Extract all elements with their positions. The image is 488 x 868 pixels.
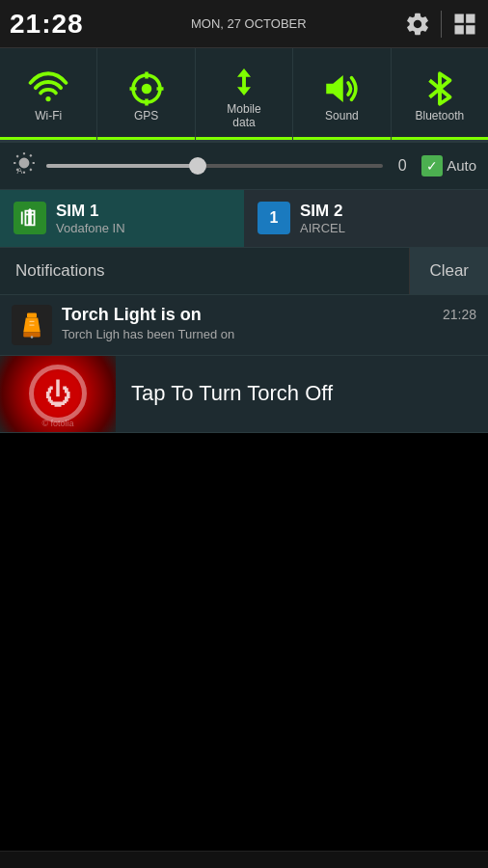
status-bar: 21:28 MON, 27 OCTOBER [0,0,488,48]
fotolia-label: © fotolia [41,419,73,428]
toggle-wifi[interactable]: Wi-Fi [0,48,97,140]
sound-bar [293,137,390,140]
sim2-carrier: AIRCEL [300,221,345,235]
notif-time: 21:28 [443,307,476,322]
mobile-data-label: Mobiledata [227,102,260,130]
wifi-icon [28,68,68,109]
gps-icon [126,68,167,109]
grid-icon[interactable] [451,11,478,38]
power-ring: ⏻ [29,365,87,422]
notif-top-row: Torch Light is on 21:28 Torch Ligh has b… [12,305,476,345]
status-divider [441,11,442,38]
sound-icon [321,68,362,109]
svg-point-2 [141,84,151,95]
sim2-number: 1 [270,209,279,227]
notification-torch[interactable]: Torch Light is on 21:28 Torch Ligh has b… [0,295,488,356]
brightness-icon: A [12,150,37,181]
sim2-name: SIM 2 [300,202,345,221]
wifi-bar [0,137,96,140]
torch-notification-icon [12,305,52,345]
auto-label: Auto [447,157,476,174]
clear-button[interactable]: Clear [409,248,488,294]
sim2-icon: 1 [258,202,290,234]
status-time: 21:28 [10,9,84,40]
gps-label: GPS [134,109,158,122]
brightness-slider[interactable] [46,164,383,168]
power-symbol: ⏻ [44,378,71,410]
status-icons [404,11,478,38]
svg-point-0 [46,96,51,101]
svg-rect-8 [27,312,37,317]
bluetooth-label: Bluetooth [415,109,464,122]
notif-title-row: Torch Light is on 21:28 [62,305,476,325]
brightness-row: A 0 ✓ Auto [0,143,488,190]
svg-text:A: A [16,166,22,176]
bottom-bar [0,851,488,868]
auto-brightness-toggle[interactable]: ✓ Auto [421,155,476,176]
sim1-name: SIM 1 [56,202,125,221]
mobile-bar [196,137,292,140]
sim2-info: SIM 2 AIRCEL [300,202,345,235]
toggle-bluetooth[interactable]: Bluetooth [392,48,488,140]
gps-bar [97,137,194,140]
sim1-info: SIM 1 Vodafone IN [56,202,125,235]
notifications-header: Notifications Clear [0,248,488,295]
sim1-carrier: Vodafone IN [56,221,125,235]
toggle-mobile-data[interactable]: Mobiledata [196,48,293,140]
toggle-gps[interactable]: GPS [97,48,195,140]
mobile-data-icon [224,62,264,102]
wifi-label: Wi-Fi [35,109,62,122]
notifications-label: Notifications [0,248,409,294]
auto-checkbox-icon: ✓ [421,155,443,176]
sim-row: SIM 1 Vodafone IN 1 SIM 2 AIRCEL [0,190,488,248]
notif-subtitle: Torch Ligh has been Turned on [62,327,476,341]
brightness-thumb[interactable] [189,157,206,175]
torch-banner-text: Tap To Turn Torch Off [116,381,488,406]
quick-toggles: Wi-Fi GPS Mobiledata Sound [0,48,488,143]
torch-banner[interactable]: ⏻ © fotolia Tap To Turn Torch Off [0,356,488,433]
sim2-item[interactable]: 1 SIM 2 AIRCEL [244,190,488,247]
brightness-value: 0 [393,157,412,175]
torch-power-button[interactable]: ⏻ © fotolia [0,356,116,433]
notif-title: Torch Light is on [62,305,202,325]
toggle-sound[interactable]: Sound [293,48,391,140]
notif-content: Torch Light is on 21:28 Torch Ligh has b… [62,305,476,341]
sound-label: Sound [325,109,359,122]
status-date: MON, 27 OCTOBER [94,16,404,31]
sim1-icon [14,202,46,234]
bluetooth-icon [420,68,460,109]
empty-area [0,433,488,751]
bluetooth-bar [392,137,488,140]
sim1-item[interactable]: SIM 1 Vodafone IN [0,190,244,247]
svg-point-10 [31,336,34,339]
settings-icon[interactable] [404,11,431,38]
